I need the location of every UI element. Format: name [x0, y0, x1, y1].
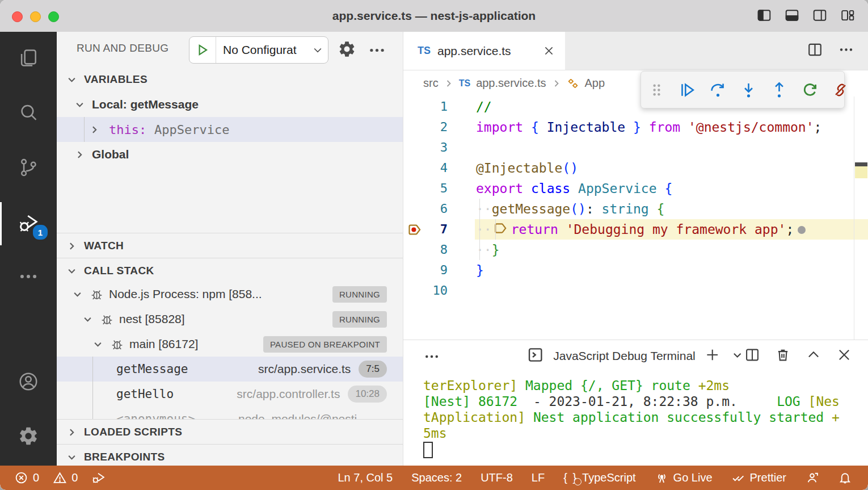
debug-configuration-label: No Configurat: [216, 43, 312, 57]
toggle-panel-icon[interactable]: [784, 8, 800, 25]
activity-bar-item-source-control[interactable]: [0, 153, 57, 185]
line-number: 8: [403, 240, 448, 260]
customize-layout-icon[interactable]: [840, 8, 856, 25]
chevron-right-icon: [67, 428, 77, 437]
explorer-icon: [18, 47, 39, 71]
status-bar-item-problems-errors[interactable]: 0: [14, 471, 39, 485]
status-bar-item-debug-status[interactable]: [91, 471, 106, 485]
tab-app-service-ts[interactable]: TS app.service.ts: [403, 32, 565, 70]
status-bar-item-encoding[interactable]: UTF-8: [481, 471, 513, 484]
status-bar-item-notifications[interactable]: [838, 471, 852, 485]
source-control-icon: [18, 157, 39, 181]
call-stack-session-row[interactable]: nest [85828]RUNNING: [57, 307, 403, 332]
call-stack-frame-row[interactable]: getHellosrc/app.controller.ts10:28: [57, 382, 403, 407]
terminal-line: tApplication] Nest application successfu…: [423, 409, 868, 425]
line-number: 2: [403, 117, 448, 137]
active-view-indicator: [0, 202, 2, 245]
breadcrumb-src[interactable]: src: [423, 77, 439, 90]
code-line-6[interactable]: 6··getMessage(): string {: [403, 199, 868, 219]
terminal-output[interactable]: terExplorer] Mapped {/, GET} route +2ms[…: [403, 372, 868, 466]
activity-bar-item-accounts[interactable]: [0, 367, 57, 399]
bug-icon: [100, 312, 114, 326]
panel-header: JavaScript Debug Terminal: [403, 340, 868, 372]
close-panel-icon[interactable]: [836, 347, 852, 365]
debug-step-into-icon[interactable]: [740, 81, 757, 99]
status-bar-item-feedback[interactable]: [805, 471, 819, 485]
activity-bar-item-explorer[interactable]: [0, 43, 57, 75]
toggle-secondary-sidebar-icon[interactable]: [812, 8, 828, 25]
chevron-down-icon: [312, 44, 328, 56]
activity-bar-item-more-views[interactable]: [0, 262, 57, 294]
editor-more-actions-icon[interactable]: [838, 41, 854, 60]
code-line-2[interactable]: 2import { Injectable } from '@nestjs/com…: [403, 117, 868, 137]
code-line-10[interactable]: 10: [403, 280, 868, 301]
variable-this-row[interactable]: this: AppService: [57, 117, 403, 142]
debug-continue-icon[interactable]: [679, 81, 696, 99]
call-stack-frame-row[interactable]: <anonymous>node_modules/@nesti: [57, 407, 403, 419]
close-tab-icon[interactable]: [543, 45, 555, 57]
call-stack-session-row[interactable]: main [86172]PAUSED ON BREAKPOINT: [57, 332, 403, 357]
code-editor[interactable]: 1//2import { Injectable } from '@nestjs/…: [403, 97, 868, 340]
debug-step-out-icon[interactable]: [770, 81, 788, 99]
call-stack-frame-row[interactable]: getMessagesrc/app.service.ts7:5: [57, 357, 403, 382]
terminal-title[interactable]: JavaScript Debug Terminal: [553, 349, 696, 363]
bug-icon: [90, 287, 104, 301]
debug-step-over-icon[interactable]: [709, 81, 727, 99]
status-bar-item-eol[interactable]: LF: [532, 471, 545, 484]
code-line-9[interactable]: 9}: [403, 260, 868, 280]
code-line-4[interactable]: 4@Injectable(): [403, 158, 868, 178]
sidebar-more-actions-icon[interactable]: [368, 41, 386, 62]
new-terminal-icon[interactable]: [705, 347, 720, 365]
status-bar-item-cursor-position[interactable]: Ln 7, Col 5: [338, 471, 393, 484]
sidebar-title: RUN AND DEBUG: [77, 42, 168, 55]
overview-ruler[interactable]: [854, 97, 868, 340]
indent-guide: [479, 240, 480, 260]
window-title: app.service.ts — nest-js-application: [0, 0, 868, 32]
toggle-primary-sidebar-icon[interactable]: [756, 8, 772, 25]
panel-more-actions-icon[interactable]: [423, 348, 440, 367]
kill-terminal-icon[interactable]: [775, 347, 791, 365]
debug-configuration-dropdown[interactable]: No Configurat: [189, 36, 328, 64]
split-terminal-icon[interactable]: [744, 347, 760, 365]
more-views-icon: [18, 266, 39, 290]
status-bar-item-prettier[interactable]: Prettier: [731, 471, 786, 485]
debug-settings-gear-icon[interactable]: [338, 40, 356, 61]
typescript-file-icon: TS: [418, 45, 431, 57]
variables-scope-row[interactable]: Local: getMessage: [57, 92, 403, 117]
activity-bar-item-settings[interactable]: [0, 421, 57, 453]
breakpoints-section-header[interactable]: BREAKPOINTS: [57, 444, 403, 466]
call-stack-section-header[interactable]: CALL STACK: [57, 258, 403, 283]
indent-guide: [92, 382, 93, 407]
loaded-scripts-section-header[interactable]: LOADED SCRIPTS: [57, 419, 403, 445]
status-bar-item-go-live[interactable]: Go Live: [655, 471, 713, 485]
code-line-3[interactable]: 3: [403, 137, 868, 158]
breadcrumb-symbol[interactable]: App: [585, 77, 605, 90]
status-bar-item-indentation[interactable]: Spaces: 2: [411, 471, 462, 484]
bell-icon: [838, 471, 852, 485]
settings-icon: [18, 425, 39, 449]
debug-disconnect-icon[interactable]: [832, 81, 849, 99]
call-stack-session-row[interactable]: Node.js Process: npm [858...RUNNING: [57, 282, 403, 307]
code-line-5[interactable]: 5export class AppService {: [403, 178, 868, 199]
debug-restart-icon[interactable]: [801, 81, 819, 99]
start-debugging-icon[interactable]: [189, 37, 216, 63]
activity-bar-item-search[interactable]: [0, 98, 57, 130]
breadcrumb-file[interactable]: app.service.ts: [476, 77, 546, 90]
watch-section-header[interactable]: WATCH: [57, 233, 403, 258]
tab-label: app.service.ts: [437, 44, 543, 58]
chevron-down-icon: [75, 100, 85, 110]
variables-global-row[interactable]: Global: [57, 142, 403, 167]
chevron-down-icon: [73, 290, 82, 299]
debug-toolbar-drag-handle[interactable]: [648, 81, 665, 99]
status-bar-item-problems-warnings[interactable]: 0: [53, 471, 78, 485]
code-line-7[interactable]: 7··return 'Debugging my framework app';: [403, 219, 868, 240]
maximize-panel-icon[interactable]: [806, 347, 821, 365]
split-editor-icon[interactable]: [807, 41, 823, 60]
status-bar-item-language-mode[interactable]: { }TypeScript: [563, 471, 635, 484]
variables-section-header[interactable]: VARIABLES: [57, 67, 403, 92]
code-line-8[interactable]: 8··}: [403, 240, 868, 260]
activity-bar-item-run-and-debug[interactable]: 1: [0, 208, 57, 240]
terminal-dropdown-icon[interactable]: [730, 347, 745, 365]
debug-badge: 1: [32, 224, 49, 241]
session-status-badge: RUNNING: [332, 286, 387, 303]
